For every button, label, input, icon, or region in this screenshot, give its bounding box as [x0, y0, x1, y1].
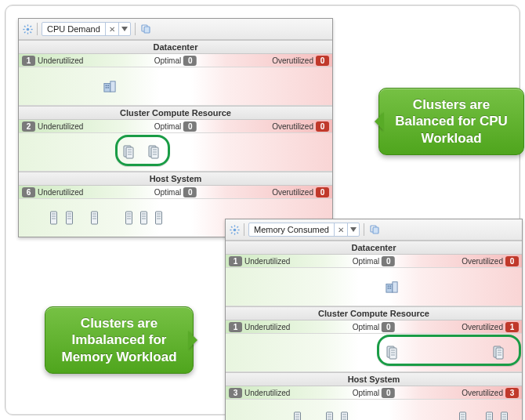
svg-rect-14	[107, 85, 109, 86]
svg-rect-63	[393, 282, 397, 292]
svg-rect-65	[389, 285, 391, 287]
svg-point-0	[26, 27, 29, 31]
clear-metric-button[interactable]: ✕	[334, 223, 347, 236]
datacenter-icon[interactable]	[103, 79, 116, 93]
datacenter-icon[interactable]	[386, 280, 398, 294]
svg-rect-39	[125, 212, 132, 224]
over-badge: 3	[505, 388, 519, 398]
optimal-label: Optimal	[353, 257, 379, 266]
under-label: Underutilized	[38, 122, 83, 131]
section-header-cluster: Cluster Compute Resource	[226, 306, 522, 320]
cluster-zone	[19, 133, 332, 172]
optimal-badge: 0	[382, 322, 395, 332]
optimal-label: Optimal	[154, 56, 181, 65]
over-badge: 0	[316, 187, 329, 197]
optimal-label: Optimal	[154, 188, 181, 197]
datacenter-zone	[19, 67, 332, 106]
svg-rect-16	[107, 87, 109, 89]
under-label: Underutilized	[38, 56, 83, 65]
under-label: Underutilized	[244, 323, 290, 331]
svg-rect-61	[373, 227, 378, 234]
clear-metric-button[interactable]: ✕	[105, 23, 118, 35]
panel-toolbar: Memory Consumed ✕	[226, 219, 522, 241]
svg-line-8	[24, 31, 25, 32]
over-label: Overutilized	[272, 188, 313, 197]
svg-line-6	[30, 31, 31, 32]
under-badge: 6	[22, 187, 35, 197]
host-icon[interactable]	[122, 211, 135, 225]
cluster-icon[interactable]	[492, 346, 505, 360]
svg-rect-64	[388, 285, 389, 287]
settings-icon[interactable]	[229, 224, 240, 235]
host-icon[interactable]	[483, 411, 496, 420]
over-badge: 0	[316, 56, 329, 66]
metric-dropdown-button[interactable]	[118, 23, 130, 35]
optimal-badge: 0	[183, 187, 197, 197]
over-label: Overutilized	[462, 257, 503, 266]
under-badge: 2	[22, 121, 35, 132]
host-icon[interactable]	[47, 211, 60, 225]
svg-line-57	[237, 232, 237, 233]
metric-label: Memory Consumed	[249, 225, 334, 234]
over-label: Overutilized	[272, 56, 313, 65]
separator	[37, 23, 38, 35]
cluster-icon[interactable]	[386, 346, 398, 360]
metric-dropdown-button[interactable]	[347, 223, 359, 236]
svg-rect-31	[66, 212, 72, 224]
host-icon[interactable]	[152, 211, 165, 225]
svg-rect-74	[496, 348, 503, 359]
svg-rect-35	[91, 212, 97, 224]
optimal-badge: 0	[382, 256, 395, 266]
settings-icon[interactable]	[22, 24, 33, 34]
section-header-datacenter: Datacenter	[226, 241, 522, 255]
under-badge: 3	[229, 388, 242, 398]
optimal-badge: 0	[183, 121, 197, 132]
copy-icon[interactable]	[368, 223, 381, 236]
host-status-bar: 3Underutilized Optimal0 Overutilized3	[226, 386, 522, 400]
under-badge: 1	[22, 56, 35, 66]
svg-rect-12	[110, 81, 115, 92]
cluster-zone	[226, 334, 522, 372]
optimal-badge: 0	[183, 56, 197, 66]
svg-line-5	[24, 26, 25, 27]
host-icon[interactable]	[88, 211, 100, 225]
datacenter-status-bar: 1Underutilized Optimal0 Overutilized0	[226, 255, 522, 268]
optimal-label: Optimal	[154, 122, 181, 131]
under-label: Underutilized	[38, 188, 83, 197]
over-badge: 1	[505, 322, 519, 332]
utilization-heatmap-panel-cpu: CPU Demand ✕ Datacenter 1Underutilized O…	[18, 18, 333, 237]
section-header-host: Host System	[19, 172, 332, 186]
separator	[364, 223, 364, 236]
under-label: Underutilized	[244, 389, 290, 397]
host-icon[interactable]	[498, 411, 511, 420]
svg-line-56	[231, 226, 232, 227]
datacenter-zone	[226, 268, 522, 306]
host-icon[interactable]	[137, 211, 150, 225]
host-icon[interactable]	[324, 411, 336, 420]
separator	[244, 223, 244, 236]
host-icon[interactable]	[291, 411, 303, 420]
metric-selector: Memory Consumed ✕	[248, 223, 360, 237]
callout-cpu-balanced: Clusters are Balanced for CPU Workload	[378, 88, 524, 155]
svg-rect-11	[104, 83, 110, 92]
callout-text: Clusters are Imbalanced for Memory Workl…	[56, 315, 182, 365]
optimal-label: Optimal	[353, 323, 379, 331]
svg-rect-13	[106, 85, 107, 86]
datacenter-status-bar: 1Underutilized Optimal0 Overutilized0	[19, 54, 332, 67]
svg-rect-27	[50, 212, 56, 224]
under-label: Underutilized	[244, 257, 290, 266]
cluster-icon[interactable]	[147, 145, 160, 159]
utilization-heatmap-panel-memory: Memory Consumed ✕ Datacenter 1Underutili…	[225, 219, 523, 420]
host-zone	[226, 400, 522, 420]
host-icon[interactable]	[457, 411, 469, 420]
host-icon[interactable]	[339, 411, 351, 420]
host-icon[interactable]	[63, 211, 75, 225]
copy-icon[interactable]	[139, 23, 152, 35]
over-label: Overutilized	[462, 389, 503, 397]
svg-rect-15	[106, 87, 107, 89]
svg-line-59	[231, 232, 232, 233]
cluster-status-bar: 1Underutilized Optimal0 Overutilized1	[226, 320, 522, 334]
optimal-badge: 0	[382, 388, 395, 398]
cluster-icon[interactable]	[122, 145, 135, 159]
metric-label: CPU Demand	[42, 24, 105, 34]
